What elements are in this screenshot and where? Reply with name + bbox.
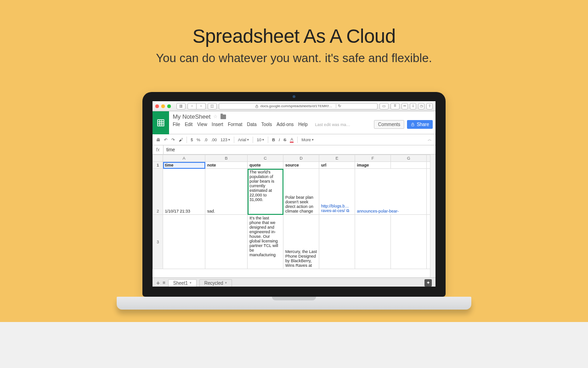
minimize-icon[interactable] bbox=[161, 104, 165, 108]
col-b[interactable]: B bbox=[205, 155, 248, 162]
paint-icon[interactable]: 🖌 bbox=[179, 138, 183, 142]
row-2-header[interactable]: 2 bbox=[153, 169, 163, 215]
select-all-cell[interactable] bbox=[153, 155, 163, 162]
text-color-button[interactable]: A bbox=[290, 137, 294, 143]
menu-file[interactable]: File bbox=[173, 122, 180, 127]
num-format-button[interactable]: 123 ▾ bbox=[220, 138, 230, 142]
strike-button[interactable]: S bbox=[283, 138, 286, 142]
folder-icon[interactable] bbox=[220, 115, 226, 119]
cell-b1[interactable]: note bbox=[205, 162, 248, 169]
sheet-tab-bar: + ≡ Sheet1▾ Recycled▾ ✦ bbox=[153, 277, 435, 287]
svg-rect-1 bbox=[158, 120, 164, 126]
dec-dec-icon[interactable]: .0 bbox=[204, 138, 208, 142]
percent-button[interactable]: % bbox=[197, 138, 200, 142]
collapse-toolbar-icon[interactable]: ︿ bbox=[428, 137, 432, 143]
lock-icon bbox=[255, 104, 259, 108]
ext-scissors-icon[interactable]: ✂ bbox=[401, 103, 408, 109]
menu-tools[interactable]: Tools bbox=[261, 122, 272, 127]
share-icon[interactable]: ⇪ bbox=[426, 103, 433, 109]
undo-icon[interactable]: ↶ bbox=[164, 138, 168, 142]
chevron-down-icon[interactable]: ▾ bbox=[190, 281, 192, 285]
print-icon[interactable]: 🖶 bbox=[156, 138, 160, 142]
font-select[interactable]: Arial ▾ bbox=[238, 138, 249, 142]
all-sheets-icon[interactable]: ≡ bbox=[163, 280, 165, 285]
cell-a3[interactable] bbox=[163, 215, 205, 269]
sheet-tab-active[interactable]: Sheet1▾ bbox=[168, 279, 197, 287]
cell-e1[interactable]: url bbox=[319, 162, 355, 169]
explore-button[interactable]: ✦ bbox=[424, 279, 432, 287]
share-button[interactable]: Share bbox=[407, 120, 433, 129]
cell-c1[interactable]: quote bbox=[248, 162, 283, 169]
bold-button[interactable]: B bbox=[272, 138, 275, 142]
cell-e2[interactable]: http://blogs.b…raves-at-ces/ ⧉ bbox=[319, 169, 355, 215]
cell-a1[interactable]: time bbox=[163, 162, 205, 169]
cell-d2[interactable]: Polar bear plan doesn't seek direct acti… bbox=[283, 169, 319, 215]
table-row: 2 1/10/17 21:33 sad. The world's populat… bbox=[153, 169, 436, 215]
row-1-header[interactable]: 1 bbox=[153, 162, 163, 169]
doc-title[interactable]: My NoteSheet bbox=[173, 113, 210, 120]
forward-button[interactable]: › bbox=[197, 103, 206, 109]
cell-f2[interactable]: announces-polar-bear- bbox=[355, 169, 427, 215]
cell-b2[interactable]: sad. bbox=[205, 169, 248, 215]
cell-c3[interactable]: It's the last phone that we designed and… bbox=[248, 215, 283, 269]
grid-view-button[interactable]: ◫ bbox=[208, 103, 217, 109]
lock-icon bbox=[411, 122, 415, 126]
cell-d1[interactable]: source bbox=[283, 162, 319, 169]
menu-addons[interactable]: Add-ons bbox=[277, 122, 294, 127]
menu-format[interactable]: Format bbox=[228, 122, 243, 127]
address-bar[interactable]: docs.google.com/spreadsheets/d/1TEMKf… ↻ bbox=[219, 103, 378, 109]
cell-e3[interactable] bbox=[319, 215, 355, 269]
close-icon[interactable] bbox=[155, 104, 159, 108]
chevron-down-icon[interactable]: ▾ bbox=[225, 281, 227, 285]
formula-value[interactable]: time bbox=[164, 147, 178, 152]
menu-insert[interactable]: Insert bbox=[212, 122, 223, 127]
reader-button[interactable]: ▭ bbox=[379, 103, 389, 109]
table-row: 1 time note quote source url image bbox=[153, 162, 436, 169]
cell-f3[interactable] bbox=[355, 215, 391, 269]
menu-view[interactable]: View bbox=[197, 122, 207, 127]
currency-button[interactable]: $ bbox=[191, 138, 193, 142]
menu-help[interactable]: Help bbox=[298, 122, 308, 127]
fx-icon: fx bbox=[153, 145, 164, 154]
star-icon[interactable]: ☆ bbox=[213, 114, 218, 120]
cell-c2[interactable]: The world's population of polar bears is… bbox=[248, 169, 283, 215]
italic-button[interactable]: I bbox=[279, 138, 280, 142]
redo-icon[interactable]: ↷ bbox=[171, 138, 175, 142]
sidebar-toggle-button[interactable]: ▥ bbox=[176, 103, 186, 109]
sheets-app-icon[interactable] bbox=[153, 111, 169, 134]
comments-button[interactable]: Comments bbox=[374, 120, 404, 129]
cell-b3[interactable] bbox=[205, 215, 248, 269]
col-f[interactable]: F bbox=[355, 155, 391, 162]
spreadsheet-grid[interactable]: A B C D E F G 1 time note quote s bbox=[153, 155, 435, 277]
open-link-icon[interactable]: ⧉ bbox=[346, 208, 349, 213]
tabs-button[interactable]: ⠿ bbox=[390, 103, 400, 109]
row-3-header[interactable]: 3 bbox=[153, 215, 163, 269]
formula-bar[interactable]: fx time bbox=[153, 145, 435, 155]
format-toolbar: 🖶 ↶ ↷ 🖌 $ % .0 .00 123 ▾ Arial ▾ 10 ▾ B … bbox=[153, 134, 435, 145]
ext-download-icon[interactable]: ⇩ bbox=[410, 103, 416, 109]
col-d[interactable]: D bbox=[283, 155, 319, 162]
menu-data[interactable]: Data bbox=[247, 122, 257, 127]
cell-g1[interactable] bbox=[391, 162, 427, 169]
col-e[interactable]: E bbox=[319, 155, 355, 162]
laptop-device: ▥ ‹ › ◫ docs.google.com/spreadsheets/d/1… bbox=[117, 92, 471, 310]
cell-a2[interactable]: 1/10/17 21:33 bbox=[163, 169, 205, 215]
font-size-select[interactable]: 10 ▾ bbox=[257, 138, 264, 142]
col-c[interactable]: C bbox=[248, 155, 283, 162]
sheet-tab-recycled[interactable]: Recycled▾ bbox=[199, 279, 232, 287]
cell-f1[interactable]: image bbox=[355, 162, 391, 169]
more-tools-button[interactable]: More ▾ bbox=[301, 138, 314, 142]
maximize-icon[interactable] bbox=[167, 104, 171, 108]
add-sheet-button[interactable]: + bbox=[156, 279, 160, 287]
menu-edit[interactable]: Edit bbox=[185, 122, 192, 127]
back-button[interactable]: ‹ bbox=[187, 103, 197, 109]
col-a[interactable]: A bbox=[163, 155, 205, 162]
vertical-scrollbar[interactable] bbox=[430, 155, 435, 277]
address-text: docs.google.com/spreadsheets/d/1TEMKf… bbox=[260, 104, 333, 108]
cell-d3[interactable]: Mercury, the Last Phone Designed by Blac… bbox=[283, 215, 319, 269]
col-g[interactable]: G bbox=[391, 155, 427, 162]
ext-clock-icon[interactable]: ◷ bbox=[418, 103, 424, 109]
laptop-base bbox=[117, 297, 471, 310]
inc-dec-icon[interactable]: .00 bbox=[211, 138, 217, 142]
reload-icon[interactable]: ↻ bbox=[336, 104, 341, 108]
